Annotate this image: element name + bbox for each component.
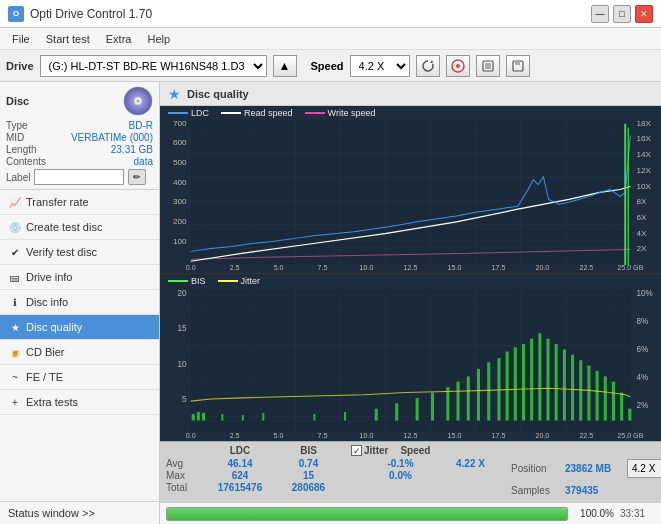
sidebar-item-extra-tests[interactable]: + Extra tests: [0, 390, 159, 415]
transfer-rate-icon: 📈: [8, 195, 22, 209]
svg-rect-72: [416, 398, 419, 421]
stats-right-section: Position 23862 MB 4.2 X Start full Sampl…: [511, 458, 661, 500]
stats-total-label: Total: [166, 482, 204, 493]
sidebar-item-label-disc-quality: Disc quality: [26, 321, 82, 333]
svg-rect-91: [596, 371, 599, 421]
legend-bis-label: BIS: [191, 276, 206, 286]
svg-rect-66: [242, 415, 244, 420]
stats-position-label: Position: [511, 463, 561, 474]
svg-rect-85: [546, 339, 549, 421]
status-section: Status window >>: [0, 501, 159, 524]
sidebar-item-label-create-test: Create test disc: [26, 221, 102, 233]
stats-section: LDC BIS ✓ Jitter Speed Avg 46.14: [160, 441, 661, 502]
disc-mid-val: VERBATIMe (000): [71, 132, 153, 143]
chart-ldc-legend: LDC Read speed Write speed: [168, 108, 375, 118]
stats-avg-jitter: -0.1%: [363, 458, 438, 469]
stats-avg-row: Avg 46.14 0.74 -0.1% 4.22 X: [166, 458, 503, 469]
speed-select[interactable]: 4.2 X: [350, 55, 410, 77]
speed-selector[interactable]: 4.2 X: [627, 459, 661, 478]
title-bar: O Opti Drive Control 1.70 — □ ✕: [0, 0, 661, 28]
save-button[interactable]: [506, 55, 530, 77]
sidebar-item-disc-info[interactable]: ℹ Disc info: [0, 290, 159, 315]
svg-text:200: 200: [173, 217, 187, 226]
svg-rect-93: [612, 382, 615, 421]
svg-rect-84: [538, 333, 541, 420]
svg-text:17.5: 17.5: [491, 264, 505, 271]
stats-samples-val: 379435: [565, 485, 623, 496]
svg-text:8X: 8X: [636, 197, 647, 206]
svg-rect-64: [202, 413, 205, 421]
stats-speed-header: Speed: [400, 445, 430, 456]
disc-contents-row: Contents data: [6, 156, 153, 167]
status-window-button[interactable]: Status window >>: [0, 502, 159, 524]
svg-text:20.0: 20.0: [535, 264, 549, 271]
stats-avg-label: Avg: [166, 458, 204, 469]
chart-ldc-svg: 700 600 500 400 300 200 100 18X 16X 14X …: [160, 106, 661, 273]
sidebar-item-transfer-rate[interactable]: 📈 Transfer rate: [0, 190, 159, 215]
disc-type-key: Type: [6, 120, 28, 131]
svg-rect-95: [628, 409, 631, 421]
disc-label-input[interactable]: [34, 169, 124, 185]
svg-rect-71: [395, 403, 398, 420]
legend-ldc: LDC: [168, 108, 209, 118]
stats-avg-speed: 4.22 X: [438, 458, 503, 469]
sidebar-item-verify-test-disc[interactable]: ✔ Verify test disc: [0, 240, 159, 265]
stats-ldc-header: LDC: [204, 445, 276, 456]
app-icon: O: [8, 6, 24, 22]
sidebar-item-cd-bier[interactable]: 🍺 CD Bier: [0, 340, 159, 365]
svg-text:12.5: 12.5: [404, 431, 418, 440]
stats-left-table: Avg 46.14 0.74 -0.1% 4.22 X Max 624 15 0…: [166, 458, 503, 493]
drive-label: Drive: [6, 60, 34, 72]
drive-select[interactable]: (G:) HL-DT-ST BD-RE WH16NS48 1.D3: [40, 55, 267, 77]
menu-help[interactable]: Help: [139, 31, 178, 47]
sidebar-item-create-test-disc[interactable]: 💿 Create test disc: [0, 215, 159, 240]
svg-text:17.5: 17.5: [491, 431, 505, 440]
svg-text:14X: 14X: [636, 150, 651, 159]
svg-text:10.0: 10.0: [360, 264, 374, 271]
stats-max-ldc: 624: [204, 470, 276, 481]
svg-rect-87: [563, 349, 566, 420]
menu-extra[interactable]: Extra: [98, 31, 140, 47]
svg-text:7.5: 7.5: [318, 264, 328, 271]
svg-rect-76: [467, 376, 470, 420]
menu-start-test[interactable]: Start test: [38, 31, 98, 47]
stats-total-bis: 280686: [276, 482, 341, 493]
jitter-checkbox[interactable]: ✓: [351, 445, 362, 456]
nav-items: 📈 Transfer rate 💿 Create test disc ✔ Ver…: [0, 190, 159, 501]
sidebar-item-disc-quality[interactable]: ★ Disc quality: [0, 315, 159, 340]
svg-text:4%: 4%: [636, 371, 648, 381]
menu-file[interactable]: File: [4, 31, 38, 47]
refresh-button[interactable]: [416, 55, 440, 77]
disc-label-edit-button[interactable]: ✏: [128, 169, 146, 185]
svg-rect-83: [530, 339, 533, 421]
svg-text:18X: 18X: [636, 119, 651, 128]
minimize-button[interactable]: —: [591, 5, 609, 23]
legend-jitter-line: [218, 280, 238, 282]
disc-icon-button[interactable]: [446, 55, 470, 77]
svg-text:700: 700: [173, 119, 187, 128]
progress-bar-container: 100.0% 33:31: [160, 502, 661, 524]
stats-avg-ldc: 46.14: [204, 458, 276, 469]
disc-quality-header-icon: ★: [168, 86, 181, 102]
legend-write-line: [305, 112, 325, 114]
svg-rect-5: [515, 61, 520, 65]
sidebar-item-label-drive-info: Drive info: [26, 271, 72, 283]
close-button[interactable]: ✕: [635, 5, 653, 23]
stats-bis-header: BIS: [276, 445, 341, 456]
stats-max-label: Max: [166, 470, 204, 481]
svg-text:0.0: 0.0: [186, 431, 196, 440]
svg-text:12X: 12X: [636, 166, 651, 175]
disc-info-icon: ℹ: [8, 295, 22, 309]
maximize-button[interactable]: □: [613, 5, 631, 23]
svg-text:2%: 2%: [636, 399, 648, 409]
svg-rect-69: [344, 412, 346, 421]
sidebar-item-drive-info[interactable]: 🖴 Drive info: [0, 265, 159, 290]
sidebar-item-fe-te[interactable]: ~ FE / TE: [0, 365, 159, 390]
write-button[interactable]: [476, 55, 500, 77]
disc-type-val: BD-R: [129, 120, 153, 131]
progress-time: 33:31: [620, 508, 655, 519]
eject-button[interactable]: ▲: [273, 55, 297, 77]
progress-percent: 100.0%: [574, 508, 614, 519]
app-title: Opti Drive Control 1.70: [30, 7, 152, 21]
svg-rect-79: [497, 358, 500, 420]
